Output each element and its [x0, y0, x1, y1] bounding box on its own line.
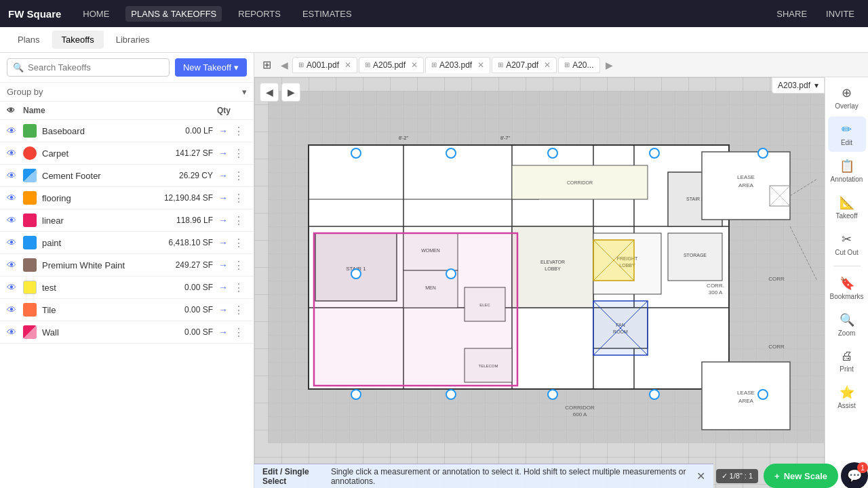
row-arrow-2[interactable]: → [216, 170, 231, 181]
nav-plans-takeoffs[interactable]: PLANS & TAKEOFFS [125, 6, 222, 22]
nav-reports[interactable]: REPORTS [233, 6, 286, 22]
left-panel: 🔍 New Takeoff ▾ Group by ▾ 👁 Name Qty 👁 [0, 53, 254, 488]
tool-edit[interactable]: ✏ Edit [828, 117, 866, 152]
visibility-toggle-2[interactable]: 👁 [7, 170, 23, 181]
row-color-icon-7 [23, 281, 37, 294]
tool-annotation[interactable]: 📋 Annotation [828, 153, 866, 188]
plan-view[interactable]: STAIR 1 WOMEN MEN ELEVATOR LOBBY ELEC [254, 77, 825, 488]
tab-close-3[interactable]: ✕ [544, 60, 551, 70]
grid-view-button[interactable]: ⊞ [257, 56, 277, 74]
tab-libraries[interactable]: Libraries [106, 30, 159, 49]
row-menu-9[interactable]: ⋮ [231, 326, 247, 339]
tab-close-2[interactable]: ✕ [477, 60, 484, 70]
overlay-icon: ⊕ [842, 85, 852, 100]
status-close-button[interactable]: ✕ [696, 470, 705, 483]
row-menu-1[interactable]: ⋮ [231, 147, 247, 160]
pdf-tab-1[interactable]: ⊞ A205.pdf ✕ [359, 57, 424, 73]
tool-zoom[interactable]: 🔍 Zoom [828, 307, 866, 342]
dropdown-icon[interactable]: ▾ [814, 81, 818, 90]
row-arrow-6[interactable]: → [216, 260, 231, 270]
row-menu-5[interactable]: ⋮ [231, 237, 247, 249]
chevron-down-icon: ▾ [242, 87, 247, 97]
row-menu-7[interactable]: ⋮ [231, 281, 247, 294]
row-qty-8: 0.00 SF [141, 305, 216, 314]
new-scale-button[interactable]: + New Scale [764, 464, 838, 488]
chevron-down-icon: ▾ [234, 62, 239, 73]
svg-point-50 [548, 148, 557, 158]
tool-takeoff[interactable]: 📐 Takeoff [828, 190, 866, 225]
new-scale-label: New Scale [784, 471, 827, 481]
visibility-toggle-6[interactable]: 👁 [7, 260, 23, 270]
invite-button[interactable]: INVITE [821, 6, 860, 22]
row-arrow-0[interactable]: → [216, 125, 231, 136]
visibility-toggle-3[interactable]: 👁 [7, 192, 23, 203]
row-menu-4[interactable]: ⋮ [231, 214, 247, 227]
row-arrow-8[interactable]: → [216, 304, 231, 315]
tab-icon-1: ⊞ [365, 61, 370, 68]
table-row: 👁 paint 6,418.10 SF → ⋮ [0, 232, 254, 254]
visibility-toggle-5[interactable]: 👁 [7, 237, 23, 248]
row-arrow-7[interactable]: → [216, 282, 231, 293]
visibility-toggle-9[interactable]: 👁 [7, 327, 23, 338]
svg-point-52 [758, 148, 768, 158]
tool-print[interactable]: 🖨 Print [828, 344, 866, 378]
scale-check-icon: ✓ [722, 472, 728, 480]
pdf-tab-3[interactable]: ⊞ A207.pdf ✕ [492, 57, 557, 73]
search-input[interactable] [28, 62, 163, 73]
visibility-toggle-1[interactable]: 👁 [7, 148, 23, 159]
row-name-6: Premium White Paint [42, 260, 141, 270]
row-arrow-5[interactable]: → [216, 237, 231, 248]
share-button[interactable]: SHARE [771, 6, 812, 22]
tab-close-1[interactable]: ✕ [411, 60, 418, 70]
visibility-toggle-4[interactable]: 👁 [7, 215, 23, 226]
scale-info: ✓ 1/8" : 1 [716, 469, 759, 483]
tab-close-0[interactable]: ✕ [344, 60, 351, 70]
group-by-row[interactable]: Group by ▾ [0, 83, 254, 102]
pdf-tab-4[interactable]: ⊞ A20... [558, 57, 599, 73]
svg-text:LEASE: LEASE [737, 390, 755, 396]
table-row: 👁 Cement Footer 26.29 CY → ⋮ [0, 165, 254, 187]
plan-nav-back[interactable]: ◀ [260, 83, 279, 102]
tab-takeoffs[interactable]: Takeoffs [52, 30, 104, 49]
tab-plans[interactable]: Plans [8, 30, 50, 49]
row-arrow-1[interactable]: → [216, 148, 231, 159]
visibility-toggle-7[interactable]: 👁 [7, 282, 23, 293]
tab-nav-left[interactable]: ◀ [277, 58, 292, 72]
tool-bookmarks[interactable]: 🔖 Bookmarks [828, 270, 866, 306]
visibility-icon: 👁 [7, 106, 15, 115]
new-takeoff-button[interactable]: New Takeoff ▾ [175, 58, 247, 77]
eye-icon-1: 👁 [7, 148, 16, 159]
row-arrow-3[interactable]: → [216, 192, 231, 203]
row-menu-3[interactable]: ⋮ [231, 192, 247, 205]
row-arrow-4[interactable]: → [216, 215, 231, 226]
tool-assist[interactable]: ⭐ Assist [828, 380, 866, 415]
row-color-icon-0 [23, 124, 37, 138]
visibility-toggle-0[interactable]: 👁 [7, 125, 23, 136]
tool-cutout[interactable]: ✂ Cut Out [828, 226, 866, 262]
nav-estimates[interactable]: ESTIMATES [297, 6, 357, 22]
tool-overlay[interactable]: ⊕ Overlay [828, 80, 866, 115]
visibility-toggle-8[interactable]: 👁 [7, 304, 23, 315]
svg-point-54 [351, 390, 361, 399]
row-menu-8[interactable]: ⋮ [231, 304, 247, 317]
svg-text:CORR: CORR [768, 276, 785, 282]
row-color-icon-5 [23, 236, 37, 249]
plan-nav-forward[interactable]: ▶ [281, 83, 300, 102]
cutout-icon: ✂ [842, 232, 852, 247]
eye-icon-4: 👁 [7, 215, 16, 226]
row-menu-0[interactable]: ⋮ [231, 125, 247, 138]
eye-icon-6: 👁 [7, 260, 16, 270]
row-menu-6[interactable]: ⋮ [231, 259, 247, 272]
svg-point-53 [446, 390, 456, 399]
pdf-tab-2[interactable]: ⊞ A203.pdf ✕ [425, 57, 490, 73]
row-qty-9: 0.00 SF [141, 327, 216, 337]
table-row: 👁 linear 118.96 LF → ⋮ [0, 209, 254, 232]
row-arrow-9[interactable]: → [216, 327, 231, 338]
pdf-tab-0[interactable]: ⊞ A001.pdf ✕ [292, 57, 357, 73]
tab-nav-right[interactable]: ▶ [601, 58, 617, 72]
row-name-0: Baseboard [42, 126, 141, 136]
chat-button[interactable]: 💬 1 [841, 462, 868, 488]
row-menu-2[interactable]: ⋮ [231, 169, 247, 182]
plus-icon: + [774, 471, 780, 481]
nav-home[interactable]: HOME [77, 6, 115, 22]
